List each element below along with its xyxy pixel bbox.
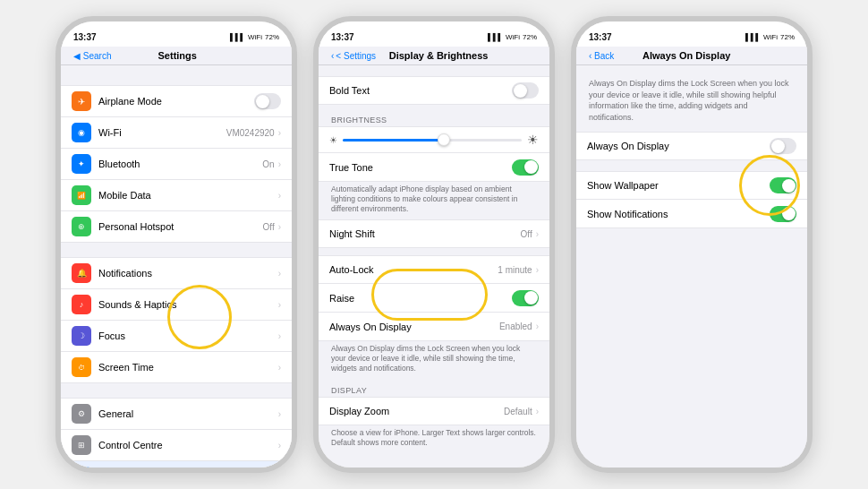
phone3-aod-row[interactable]: Always On Display [576, 132, 807, 160]
signal-icon: ▌▌▌ [488, 33, 503, 41]
chevron-icon: › [536, 265, 539, 275]
chevron-icon: › [278, 409, 281, 419]
brightness-thumb [438, 133, 450, 146]
phone3-nav: ‹ Back Always On Display [576, 47, 807, 65]
airplane-label: Airplane Mode [98, 96, 254, 107]
mobile-data-icon: 📶 [72, 185, 91, 205]
display-zoom-value: Default [504, 407, 532, 416]
control-centre-label: Control Centre [98, 440, 278, 450]
phone3-aod-toggle[interactable] [770, 138, 796, 154]
phone1-wrapper: 13:37 ▌▌▌ WiFi 72% ◀ Search Settings ✈ A… [55, 16, 297, 473]
chevron-icon: › [278, 441, 281, 450]
screen-time-icon: ⏱ [72, 357, 91, 377]
bluetooth-value: On [262, 159, 274, 169]
control-centre-icon: ⊞ [72, 435, 91, 455]
chevron-icon: › [278, 128, 281, 138]
list-item[interactable]: ☽ Focus › [61, 321, 292, 352]
list-item[interactable]: ⊕ Personal Hotspot Off › [61, 211, 292, 243]
notifications-icon: 🔔 [72, 263, 91, 283]
phone3-status-bar: 13:37 ▌▌▌ WiFi 72% [576, 21, 807, 47]
list-item[interactable]: ◉ Wi-Fi VM0242920 › [61, 117, 292, 149]
list-item[interactable]: ⚙ General › [61, 398, 292, 430]
battery-icon: 72% [780, 33, 795, 41]
phone3-wallpaper-toggle[interactable] [770, 177, 796, 193]
sounds-label: Sounds & Haptics [98, 299, 278, 310]
always-on-display-row[interactable]: Always On Display Enabled › [319, 313, 549, 341]
bold-text-toggle[interactable] [512, 82, 539, 99]
back-label: < Settings [336, 51, 376, 61]
phone3-wallpaper-row[interactable]: Show Wallpaper [576, 171, 807, 200]
true-tone-description: Automatically adapt iPhone display based… [319, 182, 549, 219]
chevron-icon: › [278, 363, 281, 373]
airplane-toggle[interactable] [254, 93, 281, 109]
wifi-value: VM0242920 [226, 128, 275, 138]
true-tone-toggle[interactable] [512, 159, 539, 176]
phone2-settings-list: Bold Text BRIGHTNESS ☀ ☀ True Tone [319, 65, 549, 468]
gap [319, 248, 549, 255]
sun-small-icon: ☀ [329, 135, 337, 145]
phone2-status-bar: 13:37 ▌▌▌ WiFi 72% [319, 21, 549, 47]
phone3-notifications-toggle[interactable] [770, 206, 796, 222]
wifi-icon: WiFi [763, 33, 778, 41]
screen-time-label: Screen Time [98, 362, 278, 373]
chevron-icon: › [278, 300, 281, 310]
list-item[interactable]: ✈ Airplane Mode [61, 85, 292, 117]
phone1-title: Settings [111, 50, 243, 61]
raise-row[interactable]: Raise [319, 284, 549, 313]
list-item[interactable]: ✦ Bluetooth On › [61, 149, 292, 180]
phone3-status-icons: ▌▌▌ WiFi 72% [745, 33, 795, 41]
true-tone-row[interactable]: True Tone [319, 153, 549, 182]
phone3-wrapper: 13:37 ▌▌▌ WiFi 72% ‹ Back Always On Disp… [571, 16, 813, 473]
phone1-nav: ◀ Search Settings [61, 47, 292, 65]
phone3-back-button[interactable]: ‹ Back [589, 51, 614, 61]
brightness-fill [343, 139, 441, 142]
phone3-notifications-row[interactable]: Show Notifications [576, 200, 807, 228]
phone1-screen: ◀ Search Settings ✈ Airplane Mode ◉ Wi-F… [61, 47, 292, 468]
chevron-icon: › [536, 229, 539, 239]
wifi-icon: WiFi [248, 33, 262, 41]
auto-lock-value: 1 minute [498, 265, 532, 275]
phone3-wallpaper-label: Show Wallpaper [587, 180, 770, 191]
auto-lock-row[interactable]: Auto-Lock 1 minute › [319, 255, 549, 284]
general-label: General [98, 408, 278, 419]
night-shift-value: Off [521, 229, 532, 239]
phone3-settings-list: Always On Display dims the Lock Screen w… [576, 65, 807, 468]
phone1-status-bar: 13:37 ▌▌▌ WiFi 72% [61, 21, 292, 47]
brightness-row[interactable]: ☀ ☀ [319, 126, 549, 153]
list-item[interactable]: ♪ Sounds & Haptics › [61, 289, 292, 321]
phone1-search-back[interactable]: ◀ Search [73, 51, 111, 61]
brightness-slider[interactable] [343, 139, 522, 142]
raise-toggle[interactable] [512, 290, 539, 306]
night-shift-row[interactable]: Night Shift Off › [319, 219, 549, 248]
phone3-description: Always On Display dims the Lock Screen w… [576, 71, 807, 132]
display-zoom-label: Display Zoom [329, 406, 504, 416]
section-gap-2 [61, 243, 292, 257]
bluetooth-label: Bluetooth [98, 159, 262, 169]
display-brightness-row[interactable]: AA Display & Brightness › [61, 461, 292, 468]
display-zoom-row[interactable]: Display Zoom Default › [319, 397, 549, 425]
aod-value: Enabled [499, 322, 532, 331]
night-shift-label: Night Shift [329, 228, 521, 239]
phone1: 13:37 ▌▌▌ WiFi 72% ◀ Search Settings ✈ A… [55, 16, 297, 473]
raise-label: Raise [329, 293, 512, 304]
list-item[interactable]: ⊞ Control Centre › [61, 430, 292, 461]
list-item[interactable]: ⏱ Screen Time › [61, 352, 292, 383]
phone2-screen: ‹ < Settings Display & Brightness Bold T… [319, 47, 549, 468]
hotspot-icon: ⊕ [72, 217, 91, 236]
phone2-title: Display & Brightness [376, 50, 501, 61]
phone2-status-icons: ▌▌▌ WiFi 72% [488, 33, 537, 41]
brightness-section-header: BRIGHTNESS [319, 112, 549, 126]
true-tone-label: True Tone [329, 162, 512, 173]
phone2-back-button[interactable]: ‹ < Settings [331, 51, 376, 61]
phone3: 13:37 ▌▌▌ WiFi 72% ‹ Back Always On Disp… [571, 16, 813, 473]
bold-text-row[interactable]: Bold Text [319, 76, 549, 105]
hotspot-value: Off [263, 222, 275, 232]
sun-large-icon: ☀ [527, 133, 539, 147]
wifi-label: Wi-Fi [98, 127, 226, 138]
list-item[interactable]: 📶 Mobile Data › [61, 180, 292, 211]
list-item[interactable]: 🔔 Notifications › [61, 257, 292, 289]
phone1-settings-list: ✈ Airplane Mode ◉ Wi-Fi VM0242920 › ✦ Bl… [61, 65, 292, 468]
aod-description: Always On Display dims the Lock Screen w… [319, 341, 549, 379]
section-gap-3 [61, 383, 292, 398]
display-section-header: DISPLAY [319, 382, 549, 397]
